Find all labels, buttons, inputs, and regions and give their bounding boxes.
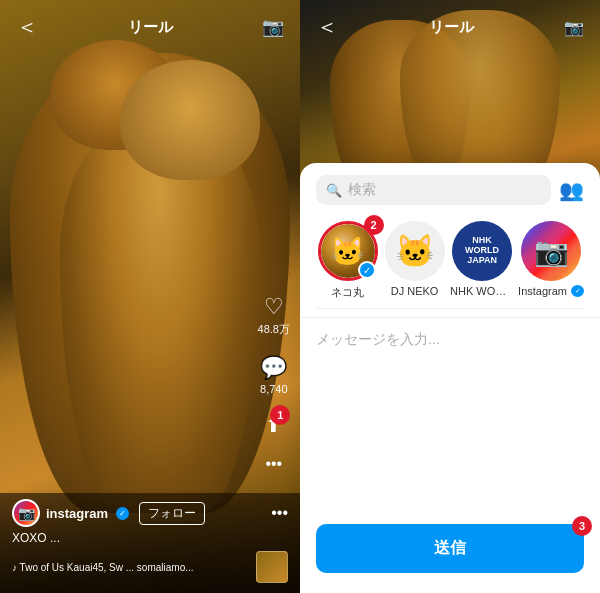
verified-badge: ✓ [116, 507, 129, 520]
right-camera-icon[interactable]: 📷 [564, 18, 584, 37]
reel-title: リール [128, 18, 173, 37]
nhk-logo-text: NHKWORLDJAPAN [465, 236, 499, 266]
top-bar-left: ＜ リール 📷 [0, 0, 300, 54]
comment-icon: 💬 [260, 355, 287, 381]
user-avatar[interactable]: 📷 [12, 499, 40, 527]
dj-neko-avatar: 🐱 [385, 221, 445, 281]
instagram-name-row: Instagram ✓ [518, 285, 584, 297]
send-label: 送信 [434, 539, 466, 556]
username-label[interactable]: instagram [46, 506, 108, 521]
bottom-user-info: 📷 instagram ✓ フォロー ••• XOXO ... ♪ Two of… [0, 489, 300, 593]
user-row: 📷 instagram ✓ フォロー ••• [12, 499, 288, 527]
neko-maru-check: ✓ [358, 261, 376, 279]
neko-maru-name: ネコ丸 [331, 285, 364, 300]
contact-neko-maru[interactable]: 🐱 ✓ 2 ネコ丸 [316, 221, 379, 300]
action-buttons: ♡ 48.8万 💬 8,740 ⬆ 1 ••• [258, 294, 290, 473]
dots-menu-icon[interactable]: ••• [271, 504, 288, 522]
search-row: 🔍 検索 👥 [300, 163, 600, 213]
step1-badge: 1 [270, 405, 290, 425]
contact-dj-neko[interactable]: 🐱 DJ NEKO [383, 221, 446, 300]
comment-button[interactable]: 💬 8,740 [260, 355, 288, 395]
add-person-icon[interactable]: 👥 [559, 178, 584, 202]
nhk-name: NHK WORLD-JAPAN... [450, 285, 514, 297]
music-thumbnail[interactable] [256, 551, 288, 583]
share-circle: ⬆ 1 [265, 413, 282, 437]
instagram-avatar: 📷 [521, 221, 581, 281]
search-box[interactable]: 🔍 検索 [316, 175, 551, 205]
dj-neko-name: DJ NEKO [391, 285, 439, 297]
instagram-name: Instagram [518, 285, 567, 297]
send-button[interactable]: 送信 3 [316, 524, 584, 573]
search-icon: 🔍 [326, 183, 342, 198]
more-icon: ••• [265, 455, 282, 473]
like-count: 48.8万 [258, 322, 290, 337]
instagram-verified: ✓ [571, 285, 584, 297]
music-row: ♪ Two of Us Kauai45, Sw ... somaliamo... [12, 551, 288, 583]
caption-text: XOXO ... [12, 531, 288, 545]
right-reel-title: リール [429, 18, 474, 37]
message-area[interactable]: メッセージを入力... [300, 317, 600, 357]
right-panel: ＜ リール 📷 🔍 検索 👥 🐱 ✓ 2 [300, 0, 600, 593]
left-panel: ＜ リール 📷 ♡ 48.8万 💬 8,740 ⬆ 1 ••• 📷 in [0, 0, 300, 593]
top-bar-right: ＜ リール 📷 [300, 0, 600, 54]
send-button-wrap: 送信 3 [300, 514, 600, 593]
divider [316, 308, 584, 309]
like-button[interactable]: ♡ 48.8万 [258, 294, 290, 337]
nhk-avatar: NHKWORLDJAPAN [452, 221, 512, 281]
nhk-avatar-wrap: NHKWORLDJAPAN [452, 221, 512, 281]
contact-instagram[interactable]: 📷 Instagram ✓ [518, 221, 584, 300]
share-button[interactable]: ⬆ 1 [265, 413, 282, 437]
instagram-avatar-wrap: 📷 [521, 221, 581, 281]
heart-icon: ♡ [264, 294, 284, 320]
message-placeholder-text: メッセージを入力... [316, 331, 440, 347]
search-placeholder-text: 検索 [348, 181, 376, 199]
neko-maru-avatar-wrap: 🐱 ✓ 2 [318, 221, 378, 281]
right-back-button[interactable]: ＜ [316, 12, 338, 42]
contact-nhk[interactable]: NHKWORLDJAPAN NHK WORLD-JAPAN... [450, 221, 514, 300]
instagram-logo: 📷 [534, 235, 569, 268]
comment-count: 8,740 [260, 383, 288, 395]
contacts-grid: 🐱 ✓ 2 ネコ丸 🐱 DJ NEKO [300, 213, 600, 308]
follow-button[interactable]: フォロー [139, 502, 205, 525]
dj-neko-avatar-wrap: 🐱 [385, 221, 445, 281]
share-sheet: 🔍 検索 👥 🐱 ✓ 2 ネコ丸 [300, 163, 600, 593]
more-button[interactable]: ••• [265, 455, 282, 473]
step2-badge: 2 [364, 215, 384, 235]
step3-badge: 3 [572, 516, 592, 536]
back-button[interactable]: ＜ [16, 12, 38, 42]
cat-head-2 [120, 60, 260, 180]
camera-icon[interactable]: 📷 [262, 16, 284, 38]
music-info[interactable]: ♪ Two of Us Kauai45, Sw ... somaliamo... [12, 562, 250, 573]
